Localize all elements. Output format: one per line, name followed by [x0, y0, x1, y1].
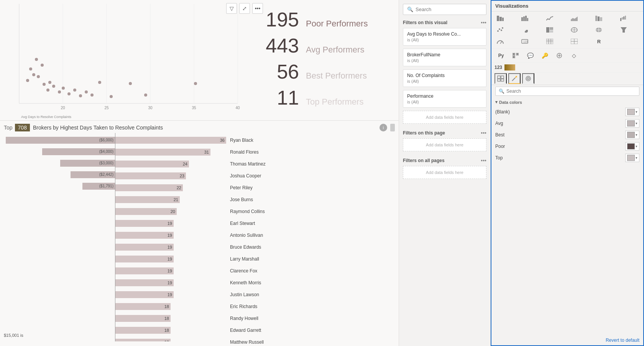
add-fields-page[interactable]: Add data fields here [403, 138, 486, 151]
filter-card-1[interactable]: Avg Days to Resolve Co... is (All) [403, 28, 486, 46]
viz-icon-treemap[interactable] [543, 25, 556, 35]
viz-icon-custom[interactable] [553, 50, 566, 61]
viz-row-5: 123 [491, 63, 643, 72]
more-icon[interactable]: ••• [252, 3, 263, 14]
color-picker-best[interactable]: ▾ [625, 131, 639, 139]
svg-marker-41 [571, 16, 578, 21]
broker-name-0: Ryan Black [230, 134, 303, 146]
add-fields-visual[interactable]: Add data fields here [403, 111, 486, 124]
color-dropdown-arrow-poor[interactable]: ▾ [636, 144, 637, 148]
all-filters-title: Filters on all pages [403, 158, 481, 163]
viz-icon-card[interactable]: 123 [518, 36, 531, 47]
viz-panel-header: Visualizations [491, 1, 643, 11]
broker-name-1: Ronald Flores [230, 146, 303, 158]
svg-rect-37 [521, 17, 523, 21]
filter-card-3-sub: is (All) [407, 79, 482, 84]
chart-scroll-handle[interactable] [390, 124, 395, 131]
viz-icon-qr[interactable] [509, 50, 522, 61]
page-filters-more[interactable]: ••• [481, 130, 486, 136]
broker-name-8: Antonio Sullivan [230, 230, 303, 241]
svg-point-53 [522, 28, 527, 32]
filter-icon[interactable]: ▽ [226, 3, 237, 14]
viz-icon-stacked-bar[interactable] [494, 13, 507, 24]
filter-search-input[interactable] [416, 7, 482, 12]
viz-search-box[interactable]: 🔍 [495, 87, 639, 96]
viz-icon-key[interactable]: 🔑 [538, 50, 551, 61]
color-row-avg: Avg ▾ [495, 119, 639, 128]
neg-bar-row-2: ($4,000) [0, 146, 115, 157]
filter-search-box[interactable]: 🔍 [403, 4, 486, 15]
tab-build[interactable] [495, 73, 507, 84]
viz-icon-matrix[interactable] [568, 36, 581, 47]
viz-icon-waterfall[interactable] [617, 13, 630, 24]
svg-marker-63 [621, 27, 627, 33]
svg-rect-39 [525, 16, 527, 21]
pos-bar-row-8: 19 [115, 230, 226, 241]
svg-rect-46 [622, 17, 623, 20]
viz-icon-funnel[interactable] [617, 25, 630, 35]
broker-name-15: Randy Howell [230, 313, 303, 324]
neg-bars-section: $15,001 is ($6,000) ($4,000) ($3,000) ($… [0, 133, 115, 341]
viz-icon-ribbon-chart[interactable] [592, 13, 605, 24]
pos-bar-row-6: 20 [115, 206, 226, 217]
viz-icon-pie-chart[interactable] [518, 25, 531, 35]
viz-icon-diamond[interactable]: ◇ [567, 50, 580, 61]
metric-top-label: Top Performers [306, 97, 363, 107]
pos-bar-row-2: 24 [115, 158, 226, 170]
color-label-avg: Avg [495, 121, 625, 126]
bar-chart-header: Top 708 Brokers by Highest Days Taken to… [0, 121, 399, 133]
expand-icon[interactable]: ⤢ [239, 3, 250, 14]
color-picker-top[interactable]: ▾ [625, 154, 639, 162]
filter-card-2[interactable]: BrokerFullName is (All) [403, 49, 486, 66]
viz-icon-r[interactable]: R [592, 36, 605, 47]
viz-icon-map[interactable] [568, 25, 581, 35]
broker-name-12: Kenneth Morris [230, 277, 303, 289]
pos-bar-row-17: 18 [115, 336, 226, 341]
viz-icon-bar-chart[interactable] [518, 13, 531, 24]
cursor-area [495, 165, 639, 177]
color-dropdown-arrow-blank[interactable]: ▾ [636, 110, 637, 114]
revert-button[interactable]: Revert to default [491, 335, 643, 345]
color-dropdown-arrow-best[interactable]: ▾ [636, 133, 637, 137]
svg-rect-47 [623, 16, 624, 20]
metric-poor: 195 Poor Performers [253, 8, 387, 31]
add-fields-all[interactable]: Add data fields here [403, 166, 486, 179]
broker-name-7: Earl Stewart [230, 218, 303, 229]
filter-card-1-sub: is (All) [407, 38, 482, 42]
svg-point-16 [52, 85, 55, 88]
viz-icon-line-chart[interactable] [543, 13, 556, 24]
viz-color-bar-icon[interactable] [504, 64, 515, 71]
search-icon: 🔍 [407, 7, 413, 12]
svg-rect-55 [550, 27, 553, 30]
svg-rect-78 [517, 53, 518, 55]
viz-icon-python[interactable]: Py [495, 50, 508, 61]
all-filters-more[interactable]: ••• [481, 157, 486, 164]
color-picker-blank[interactable]: ▾ [625, 108, 639, 116]
pos-bar-row-11: 19 [115, 265, 226, 277]
viz-icon-scatter[interactable] [494, 25, 507, 35]
filter-card-2-title: BrokerFullName [407, 52, 482, 57]
color-picker-avg[interactable]: ▾ [625, 119, 639, 128]
viz-icon-area-chart[interactable] [568, 13, 581, 24]
tab-format[interactable] [508, 73, 521, 84]
filter-card-4[interactable]: Performance is (All) [403, 90, 486, 108]
svg-point-50 [499, 28, 500, 30]
svg-rect-38 [523, 16, 525, 21]
color-label-blank: (Blank) [495, 109, 625, 115]
color-picker-poor[interactable]: ▾ [625, 142, 639, 151]
color-dropdown-arrow-avg[interactable]: ▾ [636, 121, 637, 125]
filter-card-3[interactable]: No. Of Complaints is (All) [403, 69, 486, 87]
visual-filters-more[interactable]: ••• [481, 20, 486, 26]
svg-point-19 [67, 92, 71, 95]
viz-search-input[interactable] [506, 89, 636, 94]
tab-analytics[interactable] [522, 73, 534, 84]
viz-icon-gauge[interactable] [494, 36, 507, 47]
viz-icon-chat[interactable]: 💬 [524, 50, 537, 61]
color-dropdown-arrow-top[interactable]: ▾ [636, 156, 637, 160]
filter-card-3-title: No. Of Complaints [407, 73, 482, 78]
viz-icon-filled-map[interactable] [592, 25, 605, 35]
svg-text:20: 20 [61, 106, 65, 110]
pos-bar-row-12: 19 [115, 277, 226, 289]
viz-icon-table[interactable] [543, 36, 556, 47]
info-icon[interactable]: i [380, 124, 387, 131]
